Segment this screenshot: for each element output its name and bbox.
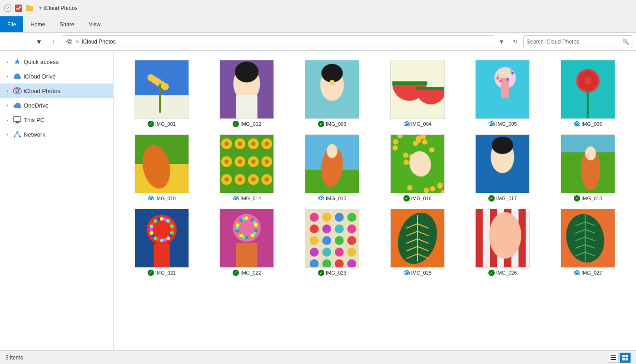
sidebar-label-this-pc: This PC	[24, 117, 45, 123]
photo-item-IMG_006[interactable]: IMG_006	[549, 60, 627, 127]
star-icon	[13, 57, 22, 66]
sidebar: › Quick access › iCloud Drive › iCloud	[0, 51, 114, 350]
sidebar-label-onedrive: OneDrive	[24, 102, 49, 109]
photo-thumb	[305, 134, 359, 193]
photo-item-IMG_003[interactable]: ✓IMG_003	[293, 60, 371, 127]
svg-rect-53	[622, 358, 625, 360]
list-view-button[interactable]	[608, 353, 619, 363]
photo-item-IMG_022[interactable]: ✓IMG_022	[208, 209, 286, 276]
photo-name: IMG_022	[240, 270, 261, 275]
content-area: ✓IMG_001✓IMG_002✓IMG_003IMG_004IMG_005IM…	[114, 51, 636, 350]
photo-name: IMG_006	[581, 121, 602, 127]
item-count: 3 items	[5, 354, 23, 361]
checklist-icon[interactable]	[15, 4, 23, 12]
photo-item-IMG_026[interactable]: ✓IMG_026	[464, 209, 542, 276]
photo-item-IMG_017[interactable]: ✓IMG_017	[464, 134, 542, 202]
photo-item-IMG_015[interactable]: IMG_015	[293, 134, 371, 202]
photo-name: IMG_010	[155, 196, 176, 201]
sidebar-item-network[interactable]: › Network	[0, 127, 113, 142]
photo-label: ✓IMG_023	[318, 270, 346, 276]
address-path[interactable]: > iCloud Photos	[62, 35, 494, 48]
back-button[interactable]: ←	[4, 35, 16, 48]
svg-point-21	[19, 136, 21, 138]
photo-item-IMG_002[interactable]: ✓IMG_002	[208, 60, 286, 127]
photo-name: IMG_016	[411, 196, 432, 201]
sidebar-item-icloud-drive[interactable]: › iCloud Drive	[0, 69, 113, 84]
icloud-drive-icon	[13, 72, 22, 81]
photo-item-IMG_010[interactable]: IMG_010	[123, 134, 201, 202]
sidebar-label-icloud-drive: iCloud Drive	[24, 73, 56, 80]
photo-thumb	[219, 134, 274, 193]
folder-icon[interactable]	[25, 4, 34, 12]
photo-item-IMG_021[interactable]: ✓IMG_021	[123, 209, 201, 276]
photo-thumb	[561, 209, 615, 268]
photo-name: IMG_025	[411, 270, 432, 275]
search-input[interactable]	[527, 39, 621, 45]
forward-button[interactable]: →	[18, 35, 31, 48]
chevron-icon: ›	[4, 87, 11, 94]
photo-item-IMG_001[interactable]: ✓IMG_001	[123, 60, 201, 127]
sidebar-item-this-pc[interactable]: › This PC	[0, 113, 113, 127]
photo-name: IMG_015	[326, 196, 346, 201]
path-icloud-icon	[66, 37, 73, 46]
sidebar-item-icloud-photos[interactable]: › iCloud Photos	[0, 84, 113, 98]
photo-label: ✓IMG_018	[574, 195, 602, 202]
photo-item-IMG_016[interactable]: ✓IMG_016	[378, 134, 457, 202]
svg-text:✓: ✓	[6, 6, 10, 11]
photo-item-IMG_025[interactable]: IMG_025	[378, 209, 457, 276]
photo-label: ✓IMG_016	[403, 195, 432, 202]
photo-name: IMG_021	[155, 270, 176, 275]
address-dropdown-button[interactable]: ▼	[496, 35, 507, 48]
photo-label: IMG_005	[488, 121, 517, 127]
menu-file[interactable]: File	[0, 16, 23, 32]
svg-marker-6	[14, 59, 20, 64]
photo-label: ✓IMG_017	[488, 195, 517, 202]
photo-label: IMG_010	[148, 195, 176, 202]
photo-item-IMG_023[interactable]: ✓IMG_023	[293, 209, 371, 276]
photo-thumb	[390, 134, 445, 193]
photo-thumb	[134, 60, 189, 119]
photo-thumb	[305, 60, 359, 119]
photo-thumb	[561, 60, 615, 119]
svg-rect-18	[15, 123, 20, 123]
refresh-button[interactable]: ↻	[509, 35, 522, 48]
sidebar-item-quick-access[interactable]: › Quick access	[0, 54, 113, 69]
photo-name: IMG_004	[411, 121, 432, 127]
photo-item-IMG_005[interactable]: IMG_005	[464, 60, 542, 127]
synced-icon: ✓	[488, 195, 495, 202]
sidebar-item-onedrive[interactable]: › OneDrive	[0, 98, 113, 113]
photo-thumb	[219, 60, 274, 119]
menu-home[interactable]: Home	[23, 16, 52, 32]
photo-item-IMG_018[interactable]: ✓IMG_018	[549, 134, 627, 202]
photo-name: IMG_017	[496, 196, 517, 201]
photo-label: ✓IMG_022	[233, 270, 261, 276]
photo-item-IMG_004[interactable]: IMG_004	[378, 60, 457, 127]
photo-item-IMG_027[interactable]: IMG_027	[549, 209, 627, 276]
photo-item-IMG_014[interactable]: IMG_014	[208, 134, 286, 202]
svg-point-15	[15, 103, 20, 107]
photo-name: IMG_023	[326, 270, 346, 275]
recent-locations-button[interactable]: ▼	[33, 35, 45, 48]
pc-icon	[13, 115, 22, 124]
photo-label: IMG_014	[233, 195, 261, 202]
cloud-icon	[403, 121, 410, 127]
photo-label: ✓IMG_002	[233, 121, 261, 127]
menu-view[interactable]: View	[81, 16, 108, 32]
cloud-icon	[318, 195, 324, 202]
photo-thumb	[475, 134, 530, 193]
menu-bar: File Home Share View	[0, 16, 636, 33]
up-button[interactable]: ↑	[47, 35, 60, 48]
grid-view-button[interactable]	[620, 353, 631, 363]
menu-share[interactable]: Share	[52, 16, 81, 32]
cloud-icon	[148, 195, 154, 202]
photo-name: IMG_005	[496, 121, 517, 127]
photo-name: IMG_014	[240, 196, 261, 201]
svg-rect-17	[16, 122, 19, 123]
path-separator: >	[76, 39, 79, 45]
svg-point-20	[14, 136, 15, 138]
photo-thumb	[475, 60, 530, 119]
title-bar: ✓ ▾ iCloud Photos	[0, 0, 636, 16]
search-box[interactable]: 🔍	[523, 35, 632, 48]
synced-icon: ✓	[574, 195, 580, 202]
network-icon	[13, 130, 22, 139]
